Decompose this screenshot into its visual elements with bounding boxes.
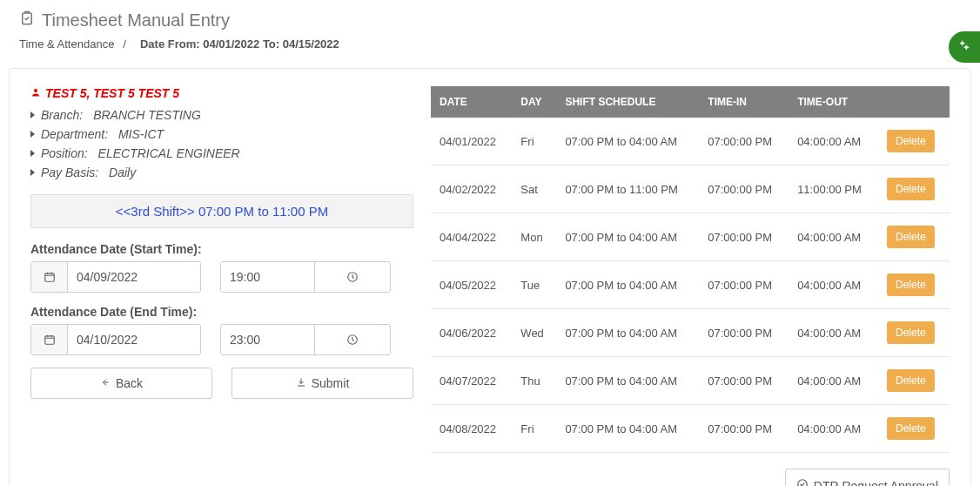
svg-point-3 — [34, 89, 37, 92]
cell-date: 04/01/2022 — [431, 118, 512, 165]
delete-button[interactable]: Delete — [887, 273, 935, 296]
delete-button[interactable]: Delete — [887, 321, 935, 344]
cell-date: 04/02/2022 — [431, 165, 512, 213]
clock-icon[interactable] — [314, 325, 391, 354]
svg-rect-4 — [44, 273, 54, 281]
check-circle-icon — [796, 478, 809, 486]
cell-timein: 07:00:00 PM — [699, 309, 789, 357]
th-day: DAY — [512, 86, 556, 118]
settings-button[interactable] — [949, 31, 980, 63]
download-icon — [296, 376, 306, 390]
cell-timein: 07:00:00 PM — [699, 357, 789, 405]
cell-date: 04/08/2022 — [431, 405, 512, 453]
end-time-input[interactable] — [221, 325, 314, 354]
cell-date: 04/06/2022 — [431, 309, 512, 357]
delete-button[interactable]: Delete — [887, 417, 935, 440]
start-time-label: Attendance Date (Start Time): — [30, 242, 413, 256]
cell-day: Tue — [512, 261, 556, 309]
employee-info-list: Branch: BRANCH TESTING Department: MIS-I… — [30, 105, 413, 182]
cell-timeout: 04:00:00 AM — [789, 309, 878, 357]
cell-shift: 07:00 PM to 04:00 AM — [556, 261, 699, 309]
shift-banner: <<3rd Shift>> 07:00 PM to 11:00 PM — [30, 194, 413, 228]
user-icon — [30, 86, 41, 100]
delete-button[interactable]: Delete — [887, 130, 935, 152]
cell-date: 04/07/2022 — [431, 357, 512, 405]
info-position: Position: ELECTRICAL ENGINEER — [30, 144, 413, 163]
cell-day: Fri — [512, 405, 556, 453]
end-date-group — [30, 324, 201, 355]
submit-button[interactable]: Submit — [232, 368, 413, 399]
cell-shift: 07:00 PM to 04:00 AM — [556, 405, 699, 453]
delete-button[interactable]: Delete — [887, 178, 935, 200]
cell-shift: 07:00 PM to 04:00 AM — [556, 357, 699, 405]
start-date-group — [30, 261, 201, 293]
dtr-approval-label: DTR Request Approval — [814, 479, 938, 487]
cell-timein: 07:00:00 PM — [699, 405, 789, 453]
info-branch: Branch: BRANCH TESTING — [30, 105, 413, 125]
start-date-input[interactable] — [68, 262, 200, 292]
calendar-icon[interactable] — [31, 262, 68, 292]
th-action — [878, 86, 950, 118]
cell-timeout: 04:00:00 AM — [789, 261, 878, 309]
th-timeout: TIME-OUT — [789, 86, 878, 118]
breadcrumb: Time & Attendance / Date From: 04/01/202… — [19, 37, 961, 59]
table-row: 04/07/2022Thu07:00 PM to 04:00 AM07:00:0… — [431, 357, 950, 405]
cell-shift: 07:00 PM to 04:00 AM — [556, 118, 699, 165]
start-time-input[interactable] — [221, 262, 314, 292]
cell-day: Wed — [512, 309, 556, 357]
arrow-left-icon — [100, 376, 111, 390]
delete-button[interactable]: Delete — [887, 369, 935, 392]
table-row: 04/01/2022Fri07:00 PM to 04:00 AM07:00:0… — [431, 118, 950, 165]
info-paybasis: Pay Basis: Daily — [30, 163, 413, 182]
cell-timein: 07:00:00 PM — [699, 165, 789, 213]
submit-label: Submit — [312, 376, 350, 390]
th-timein: TIME-IN — [699, 86, 789, 118]
page-title-text: Timesheet Manual Entry — [42, 10, 230, 30]
calendar-icon[interactable] — [31, 325, 68, 354]
employee-name-text: TEST 5, TEST 5 TEST 5 — [45, 86, 179, 100]
employee-name: TEST 5, TEST 5 TEST 5 — [30, 86, 413, 100]
gears-icon — [958, 39, 970, 55]
end-time-label: Attendance Date (End Time): — [30, 305, 413, 319]
cell-day: Mon — [512, 213, 556, 261]
cell-day: Sat — [512, 165, 556, 213]
cell-day: Thu — [512, 357, 556, 405]
back-label: Back — [116, 376, 143, 390]
end-date-input[interactable] — [68, 325, 200, 354]
cell-timein: 07:00:00 PM — [699, 213, 789, 261]
cell-timein: 07:00:00 PM — [699, 118, 789, 165]
cell-timein: 07:00:00 PM — [699, 261, 789, 309]
clock-icon[interactable] — [314, 262, 391, 292]
table-row: 04/05/2022Tue07:00 PM to 04:00 AM07:00:0… — [431, 261, 950, 309]
svg-point-2 — [965, 46, 969, 50]
breadcrumb-current: Date From: 04/01/2022 To: 04/15/2022 — [140, 37, 339, 51]
th-date: DATE — [431, 86, 512, 118]
info-department: Department: MIS-ICT — [30, 125, 413, 144]
end-time-group — [220, 324, 391, 355]
cell-timeout: 11:00:00 PM — [789, 165, 878, 213]
cell-timeout: 04:00:00 AM — [789, 213, 878, 261]
breadcrumb-root[interactable]: Time & Attendance — [19, 37, 114, 51]
breadcrumb-sep: / — [123, 37, 126, 51]
cell-timeout: 04:00:00 AM — [789, 357, 878, 405]
cell-date: 04/05/2022 — [431, 261, 512, 309]
caret-right-icon — [30, 131, 35, 138]
cell-date: 04/04/2022 — [431, 213, 512, 261]
clipboard-icon — [19, 10, 35, 30]
table-row: 04/02/2022Sat07:00 PM to 11:00 PM07:00:0… — [431, 165, 950, 213]
table-row: 04/08/2022Fri07:00 PM to 04:00 AM07:00:0… — [431, 405, 950, 453]
table-row: 04/06/2022Wed07:00 PM to 04:00 AM07:00:0… — [431, 309, 950, 357]
svg-rect-6 — [44, 336, 54, 344]
start-time-group — [220, 261, 391, 293]
cell-shift: 07:00 PM to 04:00 AM — [556, 309, 699, 357]
svg-point-1 — [961, 42, 964, 45]
cell-timeout: 04:00:00 AM — [789, 118, 878, 165]
timesheet-table: DATE DAY SHIFT SCHEDULE TIME-IN TIME-OUT… — [431, 86, 950, 453]
caret-right-icon — [30, 150, 35, 157]
delete-button[interactable]: Delete — [887, 226, 935, 248]
caret-right-icon — [30, 111, 35, 118]
cell-shift: 07:00 PM to 04:00 AM — [556, 213, 699, 261]
back-button[interactable]: Back — [30, 368, 212, 399]
dtr-approval-button[interactable]: DTR Request Approval — [785, 469, 950, 486]
cell-day: Fri — [512, 118, 556, 165]
